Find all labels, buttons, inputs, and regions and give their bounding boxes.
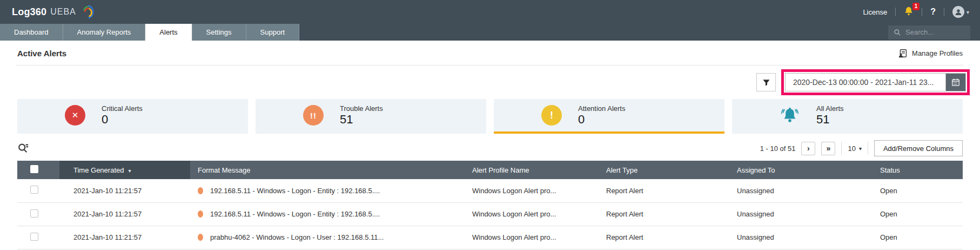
cell-status: Open [872, 202, 963, 226]
cell-profile: Windows Logon Alert pro... [465, 202, 599, 226]
table-row[interactable]: 2021-Jan-10 11:21:57 prabhu-4062 - Windo… [17, 226, 963, 249]
manage-profiles-button[interactable]: Manage Profiles [898, 49, 963, 58]
user-menu[interactable]: ▾ [952, 6, 969, 18]
logo-swirl-icon [80, 4, 94, 19]
topbar-separator [922, 8, 922, 16]
chevron-down-icon: ▾ [859, 146, 862, 152]
table-toolbar: 1 - 10 of 51 › » 10 ▾ Add/Remove Columns [0, 134, 980, 161]
cell-message[interactable]: 192.168.5.11 - Windows - Logon - Entity … [210, 187, 380, 195]
card-label: Critical Alerts [102, 104, 143, 113]
top-bar: Log360 UEBA License 1 [0, 0, 980, 24]
row-checkbox[interactable] [30, 186, 38, 194]
tab-settings[interactable]: Settings [192, 24, 246, 41]
severity-dot-icon [198, 187, 203, 194]
table-search-icon[interactable] [17, 142, 29, 154]
tab-anomaly-reports[interactable]: Anomaly Reports [63, 24, 146, 41]
notification-count-badge: 1 [912, 3, 920, 10]
cell-type: Report Alert [599, 226, 729, 249]
column-header-alert-type[interactable]: Alert Type [599, 161, 729, 179]
cell-status: Open [872, 179, 963, 202]
filter-button[interactable] [756, 73, 776, 91]
card-critical-alerts[interactable]: ✕ Critical Alerts 0 [17, 99, 248, 134]
cell-assigned: Unassigned [729, 202, 872, 226]
cell-assigned: Unassigned [729, 179, 872, 202]
column-header-assigned-to[interactable]: Assigned To [729, 161, 872, 179]
card-count: 51 [340, 113, 383, 126]
tab-support[interactable]: Support [246, 24, 300, 41]
page-title: Active Alerts [17, 49, 66, 58]
help-icon[interactable]: ? [930, 7, 936, 17]
card-count: 51 [816, 113, 844, 126]
column-label: Time Generated [73, 166, 124, 174]
column-header-alert-profile-name[interactable]: Alert Profile Name [465, 161, 599, 179]
notifications-bell-icon[interactable]: 1 [904, 6, 914, 18]
annotation-highlight-box: 2020-Dec-13 00:00:00 - 2021-Jan-11 23... [781, 69, 970, 95]
user-avatar-icon [952, 6, 964, 18]
card-trouble-alerts[interactable]: !! Trouble Alerts 51 [256, 99, 486, 134]
page-size-dropdown[interactable]: 10 ▾ [848, 144, 862, 153]
toolbar-divider [841, 142, 842, 155]
cell-type: Report Alert [599, 202, 729, 226]
main-nav: Dashboard Anomaly Reports Alerts Setting… [0, 24, 980, 41]
sort-desc-icon: ▾ [128, 168, 131, 174]
table-header-row: Time Generated▾ Format Message Alert Pro… [17, 161, 963, 179]
severity-dot-icon [198, 210, 203, 218]
tab-dashboard[interactable]: Dashboard [0, 24, 63, 41]
cell-status: Open [872, 226, 963, 249]
pagination-range: 1 - 10 of 51 [760, 144, 796, 153]
search-input[interactable] [905, 28, 965, 36]
topbar-actions: License 1 ? ▾ [863, 6, 969, 18]
page-header: Active Alerts Manage Profiles [0, 41, 980, 65]
column-header-time-generated[interactable]: Time Generated▾ [59, 161, 190, 179]
card-count: 0 [102, 113, 143, 126]
cell-message[interactable]: prabhu-4062 - Windows - Logon - User : 1… [210, 233, 384, 241]
card-label: All Alerts [816, 104, 844, 113]
card-all-alerts[interactable]: All Alerts 51 [732, 99, 963, 134]
license-link[interactable]: License [863, 8, 887, 16]
date-range-picker[interactable]: 2020-Dec-13 00:00:00 - 2021-Jan-11 23... [785, 73, 966, 91]
global-search-box[interactable] [888, 25, 970, 40]
tab-alerts[interactable]: Alerts [145, 24, 192, 41]
topbar-separator [895, 8, 896, 16]
add-remove-columns-button[interactable]: Add/Remove Columns [874, 140, 963, 156]
row-checkbox[interactable] [30, 209, 38, 218]
select-all-checkbox[interactable] [30, 165, 38, 173]
log360-ueba-app: Log360 UEBA License 1 [0, 0, 980, 250]
cell-time: 2021-Jan-10 11:21:57 [59, 179, 190, 202]
table-row[interactable]: 2021-Jan-10 11:21:57 192.168.5.11 - Wind… [17, 179, 963, 202]
last-page-button[interactable]: » [821, 142, 835, 155]
column-header-status[interactable]: Status [872, 161, 963, 179]
calendar-button[interactable] [945, 74, 965, 91]
cell-assigned: Unassigned [729, 226, 872, 249]
column-header-format-message[interactable]: Format Message [190, 161, 465, 179]
cell-profile: Windows Logon Alert pro... [465, 179, 599, 202]
card-label: Trouble Alerts [340, 104, 383, 113]
app-logo: Log360 UEBA [12, 4, 94, 19]
calendar-icon [951, 78, 960, 87]
row-checkbox[interactable] [30, 233, 38, 241]
nav-tabs: Dashboard Anomaly Reports Alerts Setting… [0, 24, 299, 41]
chevron-down-icon: ▾ [966, 9, 969, 15]
cell-time: 2021-Jan-10 11:21:57 [59, 202, 190, 226]
date-range-value: 2020-Dec-13 00:00:00 - 2021-Jan-11 23... [786, 74, 945, 91]
pagination-controls: 1 - 10 of 51 › » 10 ▾ Add/Remove Columns [760, 140, 963, 156]
logo-text-ueba: UEBA [50, 7, 76, 17]
next-page-button[interactable]: › [801, 142, 815, 155]
topbar-separator [944, 8, 944, 16]
severity-dot-icon [198, 234, 203, 241]
table-row[interactable]: 2021-Jan-10 11:21:57 192.168.5.11 - Wind… [17, 202, 963, 226]
cell-profile: Windows Logon Alert pro... [465, 226, 599, 249]
page-size-value: 10 [848, 144, 855, 153]
card-count: 0 [578, 113, 625, 126]
critical-x-icon: ✕ [65, 105, 85, 126]
cell-type: Report Alert [599, 179, 729, 202]
ringing-bell-icon [780, 105, 800, 126]
alerts-table: Time Generated▾ Format Message Alert Pro… [17, 161, 963, 249]
filter-funnel-icon [762, 78, 770, 87]
card-attention-alerts[interactable]: ! Attention Alerts 0 [494, 99, 724, 134]
cell-message[interactable]: 192.168.5.11 - Windows - Logon - Entity … [210, 210, 380, 218]
filter-row: 2020-Dec-13 00:00:00 - 2021-Jan-11 23... [0, 65, 980, 97]
logo-text-log360: Log360 [12, 6, 46, 18]
last-page-icon: » [827, 144, 831, 153]
toolbar-divider [868, 142, 868, 155]
